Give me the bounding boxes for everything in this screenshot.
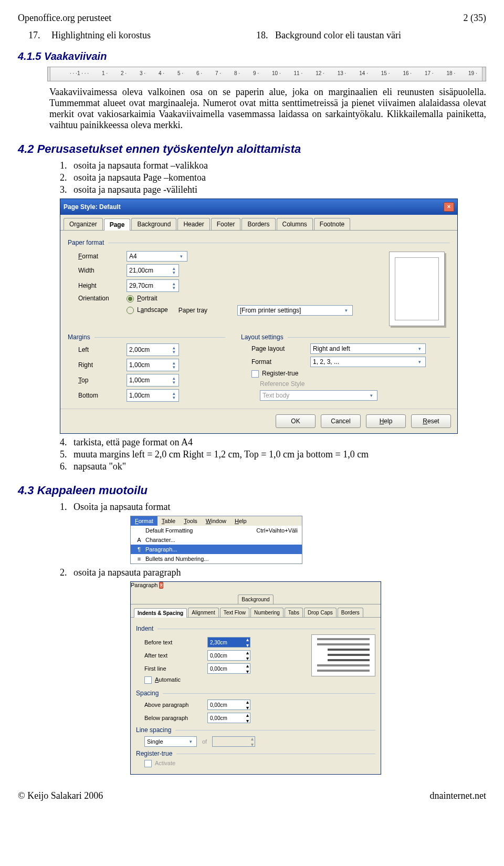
first-line-label: First line xyxy=(144,665,207,672)
height-spinner[interactable]: 29,70cm▴▾ xyxy=(127,279,179,292)
first-line-spinner[interactable]: 0,00cm▴▾ xyxy=(207,663,250,674)
group-spacing: Spacing xyxy=(136,690,159,697)
paragraph-dialog: Paragraph × Background Indents & Spacing… xyxy=(130,581,381,775)
format-combo[interactable]: A4▾ xyxy=(127,251,187,262)
top-spinner[interactable]: 1,00cm▴▾ xyxy=(127,374,179,387)
tab-footer[interactable]: Footer xyxy=(211,218,241,230)
width-label: Width xyxy=(78,267,127,274)
left-spinner[interactable]: 2,00cm▴▾ xyxy=(127,343,179,356)
footer-left: © Keijo Salakari 2006 xyxy=(18,790,103,801)
menu-top-help[interactable]: Help xyxy=(230,516,251,526)
tab-columns[interactable]: Columns xyxy=(277,218,313,230)
ruler-tick: · · ·1 · · · xyxy=(70,70,89,76)
chevron-down-icon: ▾ xyxy=(343,308,350,313)
menu-item[interactable]: ≡Bullets and Numbering... xyxy=(131,554,302,564)
menu-item[interactable]: Default FormattingCtrl+Vaihto+Väli xyxy=(131,526,302,535)
automatic-checkbox[interactable]: Automatic xyxy=(144,676,181,684)
tab-footnote[interactable]: Footnote xyxy=(314,218,350,230)
ruler-tick: 2 · xyxy=(121,70,127,76)
menu-item[interactable]: ACharacter... xyxy=(131,535,302,545)
group-layout: Layout settings xyxy=(241,333,284,341)
page-layout-combo[interactable]: Right and left▾ xyxy=(310,343,426,354)
landscape-radio[interactable]: Landscape xyxy=(127,306,168,314)
group-paper-format: Paper format xyxy=(68,239,104,246)
tab-header[interactable]: Header xyxy=(177,218,209,230)
ruler-left-margin xyxy=(48,67,50,81)
tab-background[interactable]: Background xyxy=(238,594,273,604)
menu-top-window[interactable]: Window xyxy=(202,516,230,526)
number-format-combo[interactable]: 1, 2, 3, ...▾ xyxy=(310,357,426,367)
left-label: Left xyxy=(78,346,127,353)
layout-format-label: Format xyxy=(251,358,310,366)
register-true-checkbox[interactable]: Register-true xyxy=(251,370,298,378)
ptab-indents-&-spacing[interactable]: Indents & Spacing xyxy=(134,608,187,618)
tab-organizer[interactable]: Organizer xyxy=(64,218,103,230)
ruler-tick: 5 · xyxy=(177,70,183,76)
ruler-tick: 12 · xyxy=(316,70,324,76)
tab-borders[interactable]: Borders xyxy=(242,218,275,230)
of-spinner: ▴▾ xyxy=(212,736,255,747)
item17-number: 17. xyxy=(28,30,51,41)
ptab-borders[interactable]: Borders xyxy=(338,608,363,617)
page-style-dialog: Page Style: Default × OrganizerPageBackg… xyxy=(60,199,458,434)
help-button[interactable]: Help xyxy=(366,414,406,428)
menu-icon: ≡ xyxy=(135,556,143,562)
cancel-button[interactable]: Cancel xyxy=(321,414,361,428)
above-spinner[interactable]: 0,00cm▴▾ xyxy=(207,700,250,710)
heading-4-2: 4.2 Perusasetukset ennen työskentelyn al… xyxy=(18,142,486,156)
ptab-drop-caps[interactable]: Drop Caps xyxy=(304,608,337,617)
heading-4-1-5: 4.1.5 Vaakaviivain xyxy=(18,50,486,62)
page-counter: 2 (35) xyxy=(464,13,487,24)
right-spinner[interactable]: 1,00cm▴▾ xyxy=(127,359,179,371)
ok-button[interactable]: OK xyxy=(276,414,316,428)
ruler-tick: 3 · xyxy=(140,70,145,76)
doc-title: Openoffice.org perusteet xyxy=(18,13,111,24)
step: muuta margins left = 2,0 cm Right = 1,2 … xyxy=(74,449,369,460)
step: napsauta "ok" xyxy=(74,461,126,472)
updown-icon: ▴▾ xyxy=(170,266,177,275)
group-margins: Margins xyxy=(68,333,90,341)
close-icon[interactable]: × xyxy=(444,202,454,212)
menu-item[interactable]: ¶Paragraph... xyxy=(131,545,302,554)
updown-icon: ▴▾ xyxy=(170,281,177,290)
activate-checkbox: Activate xyxy=(144,760,175,767)
ruler-tick: 8 · xyxy=(234,70,240,76)
step-4-3-1: Osoita ja napsauta format xyxy=(74,502,170,513)
paragraph-title: Paragraph xyxy=(131,582,158,588)
bottom-spinner[interactable]: 1,00cm▴▾ xyxy=(127,389,179,402)
after-text-spinner[interactable]: 0,00cm▴▾ xyxy=(207,650,250,661)
toc-fragment: 17. Highlightning eli korostus 18. Backg… xyxy=(28,30,486,41)
item18-number: 18. xyxy=(256,30,275,41)
close-icon[interactable]: × xyxy=(159,582,163,589)
paper-tray-combo[interactable]: [From printer settings]▾ xyxy=(237,305,353,316)
tab-page[interactable]: Page xyxy=(104,218,131,231)
right-label: Right xyxy=(78,361,127,369)
below-spinner[interactable]: 0,00cm▴▾ xyxy=(207,713,250,723)
before-text-spinner[interactable]: 2,30cm▴▾ xyxy=(207,637,250,648)
ptab-tabs[interactable]: Tabs xyxy=(285,608,303,617)
ptab-numbering[interactable]: Numbering xyxy=(250,608,284,617)
paper-tray-label: Paper tray xyxy=(178,307,237,314)
tab-background[interactable]: Background xyxy=(131,218,176,230)
step-4-3-2: osoita ja napsauta paragraph xyxy=(74,567,181,578)
after-text-label: After text xyxy=(144,652,207,659)
portrait-radio[interactable]: Portrait xyxy=(127,295,158,302)
ruler-tick: 17 · xyxy=(425,70,434,76)
line-spacing-combo[interactable]: Single▾ xyxy=(144,736,197,747)
group-indent: Indent xyxy=(136,625,153,632)
height-label: Height xyxy=(78,282,127,289)
step: osoita ja napsauta format –valikkoa xyxy=(74,160,208,171)
ruler-tick: 13 · xyxy=(338,70,346,76)
menu-top-format[interactable]: Format xyxy=(131,516,158,526)
ruler-tick: 9 · xyxy=(253,70,259,76)
reset-button[interactable]: Reset xyxy=(411,414,451,428)
menu-top-table[interactable]: Table xyxy=(158,516,180,526)
ruler-tick: 19 · xyxy=(468,70,477,76)
step: osoita ja napsauta Page –komentoa xyxy=(74,172,206,183)
ptab-text-flow[interactable]: Text Flow xyxy=(220,608,249,617)
footer-right: dnainternet.net xyxy=(430,790,486,801)
menu-top-tools[interactable]: Tools xyxy=(180,516,202,526)
ptab-alignment[interactable]: Alignment xyxy=(188,608,218,617)
dialog-title: Page Style: Default xyxy=(64,203,121,211)
width-spinner[interactable]: 21,00cm▴▾ xyxy=(127,264,179,277)
